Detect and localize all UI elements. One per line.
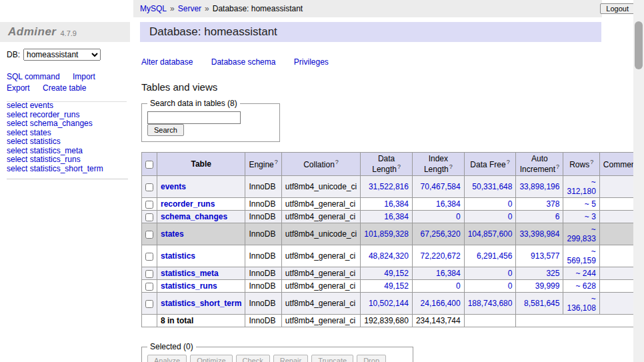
- data-free-link[interactable]: 0: [508, 269, 513, 278]
- truncate-button[interactable]: Truncate: [311, 355, 353, 362]
- row-checkbox[interactable]: [145, 213, 153, 221]
- index-length-link[interactable]: 67,256,320: [421, 229, 461, 239]
- auto-increment-link[interactable]: 39,999: [535, 281, 560, 291]
- data-length-link[interactable]: 16,384: [384, 199, 409, 209]
- index-length-link[interactable]: 24,166,400: [421, 299, 461, 308]
- vertical-scrollbar[interactable]: [633, 0, 644, 362]
- database-schema-link[interactable]: Database schema: [211, 57, 276, 67]
- table-link[interactable]: events: [161, 182, 186, 191]
- privileges-link[interactable]: Privileges: [294, 57, 329, 67]
- check-button[interactable]: Check: [236, 355, 270, 362]
- column-help-link[interactable]: ?: [275, 159, 278, 165]
- auto-increment-link[interactable]: 6: [555, 212, 560, 221]
- data-length-link[interactable]: 48,824,320: [369, 251, 409, 261]
- rows-link[interactable]: ~ 299,833: [567, 225, 595, 243]
- table-link[interactable]: recorder_runs: [161, 199, 215, 209]
- auto-increment-link[interactable]: 33,398,984: [519, 229, 559, 239]
- alter-database-link[interactable]: Alter database: [141, 57, 193, 67]
- sidebar-create-table-link[interactable]: Create table: [43, 83, 86, 93]
- rows-link[interactable]: ~ 244: [575, 269, 595, 278]
- data-length-link[interactable]: 49,152: [384, 269, 409, 278]
- row-checkbox[interactable]: [145, 231, 153, 239]
- row-checkbox[interactable]: [145, 183, 153, 191]
- index-length-link[interactable]: 0: [456, 281, 461, 291]
- data-length-link[interactable]: 10,502,144: [369, 299, 409, 308]
- rows-link[interactable]: ~ 569,159: [567, 247, 595, 265]
- col-header-table: Table: [157, 153, 245, 176]
- data-free-link[interactable]: 50,331,648: [472, 182, 512, 191]
- rows-link[interactable]: ~ 136,108: [567, 294, 595, 313]
- sidebar-item-select-recorder-runs[interactable]: select recorder_runs: [7, 111, 128, 119]
- rows-link[interactable]: ~ 628: [575, 281, 595, 291]
- index-length-link[interactable]: 72,220,672: [421, 251, 461, 261]
- drop-button[interactable]: Drop: [357, 355, 386, 362]
- row-checkbox[interactable]: [145, 283, 153, 291]
- optimize-button[interactable]: Optimize: [190, 355, 232, 362]
- column-help-link[interactable]: ?: [335, 159, 339, 165]
- rows-link[interactable]: ~ 312,180: [567, 177, 595, 196]
- row-checkbox[interactable]: [145, 253, 153, 261]
- data-length-link[interactable]: 49,152: [384, 281, 409, 291]
- table-row-statistics-short-term: statistics_short_term InnoDB utf8mb4_gen…: [142, 293, 644, 315]
- table-link[interactable]: states: [161, 229, 184, 239]
- repair-button[interactable]: Repair: [273, 355, 308, 362]
- logout-button[interactable]: Logout: [600, 3, 635, 14]
- auto-increment-link[interactable]: 913,577: [531, 251, 559, 261]
- column-help-link[interactable]: ?: [556, 163, 559, 170]
- rows-link[interactable]: ~ 5: [585, 199, 596, 209]
- sidebar-item-select-statistics-meta[interactable]: select statistics_meta: [7, 147, 128, 155]
- scrollbar-thumb[interactable]: [635, 21, 643, 69]
- data-free-link[interactable]: 104,857,600: [468, 229, 513, 239]
- table-row-statistics-meta: statistics_meta InnoDB utf8mb4_general_c…: [142, 267, 644, 280]
- sidebar-item-select-statistics-runs[interactable]: select statistics_runs: [7, 155, 128, 164]
- analyze-button[interactable]: Analyze: [147, 355, 187, 362]
- breadcrumb-server-link[interactable]: Server: [178, 4, 201, 13]
- app-version: 4.7.9: [60, 29, 76, 37]
- table-link[interactable]: schema_changes: [161, 212, 227, 221]
- column-help-link[interactable]: ?: [590, 159, 593, 165]
- data-length-link[interactable]: 101,859,328: [364, 229, 409, 239]
- auto-increment-link[interactable]: 378: [546, 199, 559, 209]
- table-link[interactable]: statistics_runs: [161, 281, 217, 291]
- column-help-link[interactable]: ?: [507, 159, 510, 165]
- sidebar-item-select-schema-changes[interactable]: select schema_changes: [7, 119, 128, 128]
- table-link[interactable]: statistics_short_term: [161, 299, 241, 308]
- index-length-link[interactable]: 0: [456, 212, 461, 221]
- data-length-link[interactable]: 16,384: [384, 212, 409, 221]
- rows-link[interactable]: ~ 3: [585, 212, 596, 221]
- sidebar-sql-command-link[interactable]: SQL command: [7, 72, 60, 81]
- data-free-link[interactable]: 0: [508, 199, 513, 209]
- auto-increment-link[interactable]: 33,898,196: [519, 182, 559, 191]
- column-help-link[interactable]: ?: [449, 163, 453, 170]
- db-select[interactable]: homeassistant: [23, 49, 101, 61]
- collation-cell: utf8mb4_general_ci: [281, 267, 360, 280]
- data-free-link[interactable]: 6,291,456: [477, 251, 512, 261]
- search-input[interactable]: [147, 111, 241, 124]
- column-help-link[interactable]: ?: [397, 163, 401, 170]
- page-title: Database: homeassistant: [149, 25, 277, 39]
- data-free-link[interactable]: 0: [508, 212, 513, 221]
- sidebar-export-link[interactable]: Export: [7, 83, 30, 93]
- row-checkbox[interactable]: [145, 270, 153, 278]
- row-checkbox[interactable]: [145, 300, 153, 308]
- sidebar-item-select-statistics-short-term[interactable]: select statistics_short_term: [7, 165, 128, 173]
- auto-increment-link[interactable]: 8,581,645: [524, 299, 559, 308]
- breadcrumb-mysql-link[interactable]: MySQL: [140, 4, 167, 13]
- data-free-link[interactable]: 188,743,680: [468, 299, 513, 308]
- row-checkbox[interactable]: [145, 201, 153, 209]
- auto-increment-link[interactable]: 325: [546, 269, 559, 278]
- collation-cell: utf8mb4_unicode_ci: [281, 223, 360, 245]
- search-button[interactable]: Search: [147, 124, 184, 136]
- data-free-link[interactable]: 0: [508, 281, 513, 291]
- index-length-link[interactable]: 16,384: [436, 269, 461, 278]
- table-link[interactable]: statistics: [161, 251, 195, 261]
- sidebar-item-select-statistics[interactable]: select statistics: [7, 137, 128, 146]
- sidebar-item-select-states[interactable]: select states: [7, 129, 128, 137]
- table-link[interactable]: statistics_meta: [161, 269, 219, 278]
- data-length-link[interactable]: 31,522,816: [369, 182, 409, 191]
- sidebar-import-link[interactable]: Import: [73, 72, 95, 81]
- index-length-link[interactable]: 70,467,584: [421, 182, 461, 191]
- index-length-link[interactable]: 16,384: [436, 199, 461, 209]
- sidebar-item-select-events[interactable]: select events: [7, 101, 128, 110]
- select-all-checkbox[interactable]: [145, 161, 153, 169]
